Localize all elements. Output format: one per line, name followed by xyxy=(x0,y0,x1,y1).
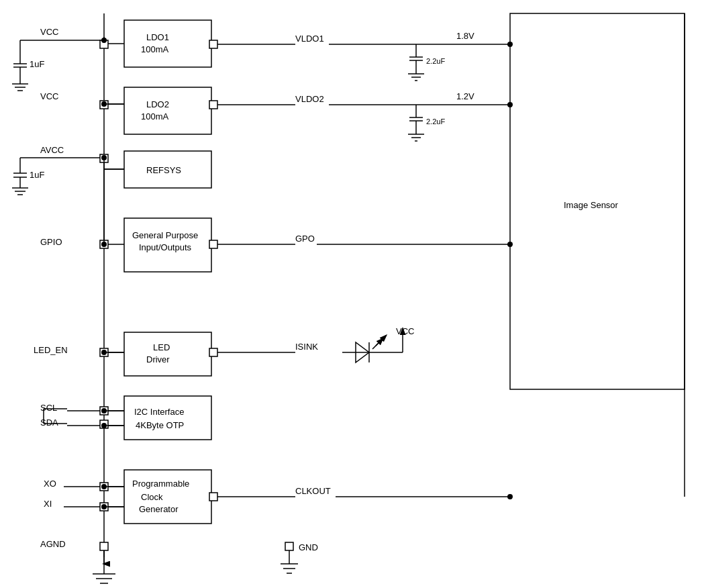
svg-text:SDA: SDA xyxy=(40,418,58,428)
svg-text:Programmable: Programmable xyxy=(132,479,189,489)
svg-rect-120 xyxy=(209,493,217,501)
svg-text:VCC: VCC xyxy=(40,27,58,37)
svg-rect-37 xyxy=(209,101,217,109)
svg-point-162 xyxy=(507,494,513,499)
svg-rect-34 xyxy=(124,87,211,134)
svg-point-155 xyxy=(101,408,107,413)
svg-rect-82 xyxy=(209,348,217,356)
svg-text:AVCC: AVCC xyxy=(40,145,64,155)
svg-text:4KByte OTP: 4KByte OTP xyxy=(136,420,184,430)
svg-text:2.2uF: 2.2uF xyxy=(426,117,445,126)
svg-text:General Purpose: General Purpose xyxy=(132,230,198,240)
svg-text:VCC: VCC xyxy=(396,326,414,336)
svg-text:VCC: VCC xyxy=(40,91,58,101)
svg-point-158 xyxy=(101,504,107,509)
svg-text:Generator: Generator xyxy=(139,504,179,514)
svg-text:XI: XI xyxy=(44,499,52,509)
svg-line-89 xyxy=(372,339,383,349)
svg-text:LDO2: LDO2 xyxy=(146,99,169,109)
svg-rect-71 xyxy=(209,240,217,248)
svg-point-159 xyxy=(507,42,513,47)
svg-rect-116 xyxy=(124,470,211,524)
svg-text:XO: XO xyxy=(44,479,56,489)
svg-text:1uF: 1uF xyxy=(30,170,44,180)
svg-rect-125 xyxy=(100,542,108,550)
svg-text:Clock: Clock xyxy=(141,492,163,502)
svg-text:1uF: 1uF xyxy=(30,59,44,69)
svg-text:LED: LED xyxy=(153,342,170,352)
svg-point-152 xyxy=(101,155,107,160)
svg-text:I2C Interface: I2C Interface xyxy=(134,407,184,417)
svg-text:Image Sensor: Image Sensor xyxy=(564,200,619,210)
svg-text:VLDO2: VLDO2 xyxy=(295,94,324,104)
svg-text:100mA: 100mA xyxy=(141,111,169,121)
svg-point-150 xyxy=(101,38,107,43)
svg-text:LED_EN: LED_EN xyxy=(34,345,68,355)
svg-text:100mA: 100mA xyxy=(141,44,169,54)
svg-text:GND: GND xyxy=(299,542,318,552)
svg-text:GPO: GPO xyxy=(295,234,315,244)
svg-text:CLKOUT: CLKOUT xyxy=(295,486,331,496)
svg-rect-131 xyxy=(285,542,293,550)
svg-point-151 xyxy=(101,101,107,107)
svg-point-157 xyxy=(101,484,107,489)
svg-point-153 xyxy=(101,242,107,247)
svg-text:VLDO1: VLDO1 xyxy=(295,34,324,44)
svg-text:Input/Outputs: Input/Outputs xyxy=(139,242,192,252)
svg-point-156 xyxy=(101,423,107,428)
svg-rect-15 xyxy=(124,20,211,67)
svg-rect-141 xyxy=(104,13,124,557)
svg-text:LDO1: LDO1 xyxy=(146,32,169,42)
schematic-diagram: text { font-family: Arial, sans-serif; f… xyxy=(0,0,702,588)
svg-point-161 xyxy=(507,242,513,247)
svg-text:Driver: Driver xyxy=(146,354,170,364)
svg-text:GPIO: GPIO xyxy=(40,237,62,247)
svg-text:REFSYS: REFSYS xyxy=(146,165,181,175)
svg-text:1.8V: 1.8V xyxy=(456,31,474,41)
svg-text:ISINK: ISINK xyxy=(295,342,318,352)
svg-point-160 xyxy=(507,102,513,107)
svg-text:SCL: SCL xyxy=(40,403,57,413)
svg-text:AGND: AGND xyxy=(40,539,66,549)
svg-point-154 xyxy=(101,350,107,355)
svg-rect-105 xyxy=(124,396,211,440)
svg-rect-18 xyxy=(209,40,217,48)
svg-text:1.2V: 1.2V xyxy=(456,91,474,101)
svg-text:2.2uF: 2.2uF xyxy=(426,57,445,65)
